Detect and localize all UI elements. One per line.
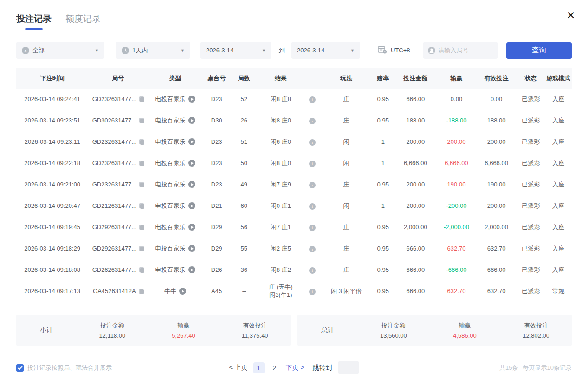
cell-round: 36 bbox=[231, 259, 258, 281]
cell-status: 已派彩 bbox=[517, 217, 545, 238]
cell-round: 55 bbox=[231, 238, 258, 259]
cell-table-no: A45 bbox=[203, 281, 231, 302]
cell-result-info bbox=[304, 174, 321, 195]
jump-page-input[interactable] bbox=[338, 361, 359, 374]
cell-odds: 1 bbox=[372, 195, 394, 217]
play-icon[interactable] bbox=[188, 245, 195, 252]
info-icon[interactable] bbox=[309, 246, 316, 252]
page-button[interactable]: 2 bbox=[269, 362, 280, 373]
play-icon[interactable] bbox=[188, 160, 195, 167]
col-bet-amount: 投注金额 bbox=[394, 68, 437, 89]
time-range-dropdown[interactable]: 1天内 ▼ bbox=[116, 42, 190, 59]
tab-bet-records[interactable]: 投注记录 bbox=[16, 13, 52, 30]
category-dropdown[interactable]: ♠ 全部 ▼ bbox=[16, 42, 104, 59]
cell-result: 闲2 庄5 bbox=[258, 238, 304, 259]
cell-valid-bet: 200.00 bbox=[476, 131, 517, 153]
copy-icon[interactable] bbox=[139, 96, 144, 102]
cell-result-info bbox=[304, 217, 321, 238]
cell-game-type: 电投百家乐 bbox=[148, 131, 202, 153]
info-icon[interactable] bbox=[309, 225, 316, 231]
play-icon[interactable] bbox=[188, 181, 195, 188]
cell-game-id: GD292631477... bbox=[88, 217, 148, 238]
col-game-id: 局号 bbox=[88, 68, 148, 89]
tab-quota-records[interactable]: 额度记录 bbox=[65, 13, 101, 30]
col-odds: 赔率 bbox=[372, 68, 394, 89]
cell-win-loss: 0.00 bbox=[437, 89, 476, 110]
info-icon[interactable] bbox=[309, 182, 316, 188]
play-icon[interactable] bbox=[188, 138, 195, 145]
cell-odds: 1 bbox=[372, 131, 394, 153]
cell-game-mode: 入座 bbox=[545, 174, 572, 195]
cell-game-id: GD212631477... bbox=[88, 195, 148, 217]
play-icon[interactable] bbox=[188, 117, 195, 124]
chevron-down-icon: ▼ bbox=[346, 48, 355, 53]
next-page-button[interactable]: 下页 > bbox=[286, 364, 304, 372]
play-icon[interactable] bbox=[188, 96, 195, 103]
info-icon[interactable] bbox=[309, 118, 316, 124]
cell-play: 庄 bbox=[321, 89, 372, 110]
merge-checkbox[interactable] bbox=[16, 364, 24, 372]
cell-valid-bet: 0.00 bbox=[476, 89, 517, 110]
date-from-select[interactable]: 2026-3-14 ▼ bbox=[200, 42, 271, 59]
page-button[interactable]: 1 bbox=[253, 362, 265, 373]
search-input[interactable] bbox=[439, 47, 493, 54]
cell-result: 庄 (无牛)闲3(牛1) bbox=[258, 281, 304, 302]
cell-result: 闲8 庄2 bbox=[258, 259, 304, 281]
game-id-search[interactable] bbox=[423, 42, 498, 59]
copy-icon[interactable] bbox=[139, 161, 144, 166]
cell-bet-amount: 200.00 bbox=[394, 131, 437, 153]
copy-icon[interactable] bbox=[139, 267, 144, 272]
copy-icon[interactable] bbox=[139, 118, 144, 123]
pagination: < 上页 12 下页 > 跳转到 bbox=[229, 361, 359, 374]
cell-table-no: D21 bbox=[203, 195, 231, 217]
cell-result-info bbox=[304, 238, 321, 259]
query-button[interactable]: 查询 bbox=[506, 42, 572, 59]
play-icon[interactable] bbox=[179, 288, 186, 295]
play-icon[interactable] bbox=[188, 202, 195, 209]
cell-odds: 0.95 bbox=[372, 281, 394, 302]
cell-table-no: D30 bbox=[203, 110, 231, 131]
cell-table-no: D23 bbox=[203, 89, 231, 110]
cell-game-type: 电投百家乐 bbox=[148, 238, 202, 259]
info-icon[interactable] bbox=[309, 267, 316, 274]
prev-page-button[interactable]: < 上页 bbox=[229, 364, 247, 372]
user-circle-icon bbox=[428, 47, 435, 54]
cell-game-type: 牛牛 bbox=[148, 281, 202, 302]
copy-icon[interactable] bbox=[139, 203, 144, 208]
table-row: 2026-03-14 09:18:29 GD292631477... 电投百家乐… bbox=[16, 238, 572, 259]
cell-bet-amount: 2,000.00 bbox=[394, 217, 437, 238]
cell-round: 60 bbox=[231, 195, 258, 217]
cell-play: 庄 bbox=[321, 174, 372, 195]
cell-round: 52 bbox=[231, 89, 258, 110]
play-icon[interactable] bbox=[188, 224, 195, 231]
merge-checkbox-label: 投注记录按照局、玩法合并展示 bbox=[27, 364, 112, 372]
timezone-indicator[interactable]: UTC+8 bbox=[378, 45, 410, 55]
play-icon[interactable] bbox=[188, 266, 195, 273]
date-to-select[interactable]: 2026-3-14 ▼ bbox=[291, 42, 360, 59]
info-icon[interactable] bbox=[309, 203, 316, 210]
cell-game-type: 电投百家乐 bbox=[148, 110, 202, 131]
copy-icon[interactable] bbox=[139, 139, 144, 144]
info-icon[interactable] bbox=[309, 96, 316, 103]
cell-bet-time: 2026-03-14 09:24:41 bbox=[16, 89, 88, 110]
time-range-value: 1天内 bbox=[132, 46, 148, 55]
clock-icon bbox=[122, 47, 129, 54]
subtotal-bet: 投注金额 12,118.00 bbox=[77, 321, 148, 339]
col-win-loss: 输赢 bbox=[437, 68, 476, 89]
copy-icon[interactable] bbox=[139, 246, 144, 251]
copy-icon[interactable] bbox=[139, 182, 144, 187]
cell-game-id: GD292631477... bbox=[88, 238, 148, 259]
cell-game-id: GD232631477... bbox=[88, 131, 148, 153]
cell-odds: 1 bbox=[372, 153, 394, 174]
info-icon[interactable] bbox=[309, 161, 316, 167]
cell-play: 闲 bbox=[321, 153, 372, 174]
table-row: 2026-03-14 09:20:47 GD212631477... 电投百家乐… bbox=[16, 195, 572, 217]
info-icon[interactable] bbox=[309, 139, 316, 146]
copy-icon[interactable] bbox=[139, 289, 143, 294]
cell-status: 已派彩 bbox=[517, 89, 545, 110]
cell-valid-bet: 188.00 bbox=[476, 110, 517, 131]
info-icon[interactable] bbox=[309, 289, 316, 295]
close-icon[interactable]: ✕ bbox=[565, 9, 577, 21]
copy-icon[interactable] bbox=[139, 225, 144, 230]
cell-status: 已派彩 bbox=[517, 195, 545, 217]
